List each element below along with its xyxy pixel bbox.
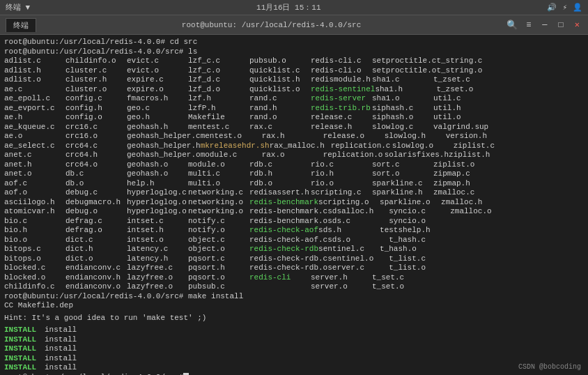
file-item: t_zset.o (436, 85, 497, 95)
file-item: cluster.o (65, 85, 127, 95)
hint-line: Hint: It's a good idea to run 'make test… (4, 314, 584, 323)
file-item: debug.o (65, 207, 127, 217)
file-item: mentest.c (188, 123, 249, 132)
file-item: t_list.c (389, 254, 450, 264)
file-item: solarisfixes.h (385, 151, 449, 160)
minimize-button[interactable]: — (539, 20, 550, 30)
file-item: Makefile (188, 113, 249, 123)
file-item: sha1.o (372, 94, 433, 104)
close-button[interactable]: ✕ (572, 20, 582, 30)
file-item: adlist.h (4, 66, 65, 76)
file-item: aof.c (4, 179, 65, 189)
terminal-menu[interactable]: 终端 ▼ (6, 2, 30, 13)
final-prompt: root@ubuntu:/usr/local/redis-4.0.0/src# (4, 373, 584, 376)
file-item: ziplist.h (449, 151, 510, 160)
file-item: lzf_c.c (188, 56, 249, 66)
file-item: rand.c (249, 94, 311, 104)
file-item: config.o (65, 113, 127, 123)
file-item: ae.o (4, 132, 65, 141)
file-item: sds.h (318, 226, 380, 236)
file-item: ae.c (4, 85, 65, 95)
file-item: rax_malloc.h (270, 141, 331, 151)
file-item: endianconv.o (65, 282, 127, 292)
file-item: zmalloc.o (450, 207, 511, 217)
install-line: INSTALLinstall (4, 363, 584, 373)
file-item: pqsort.h (188, 263, 249, 273)
file-item: sds.o (327, 236, 389, 245)
volume-icon: 🔊 (547, 3, 557, 12)
file-item: pubsub.o (249, 56, 311, 66)
file-item: t_zset.c (433, 75, 495, 85)
file-item: sparkline.h (372, 188, 433, 198)
file-item: redis-cli (249, 273, 311, 283)
file-item: redis-check-aof.c (249, 236, 327, 245)
power-icon: ⚡ (562, 3, 567, 12)
install-value: install (45, 326, 77, 335)
file-item: redis-benchmark.c (249, 207, 327, 217)
file-item: server.o (311, 282, 372, 292)
file-row: blocked.oendianconv.hlazyfree.opqsort.or… (4, 273, 584, 283)
file-item: sentinel.c (318, 245, 380, 254)
file-row: atomicvar.hdebug.ohyperloglog.onetworkin… (4, 207, 584, 217)
file-item: geo.c (127, 104, 188, 114)
install-value: install (45, 344, 77, 354)
file-row: aof.odebug.chyperloglog.cnetworking.cred… (4, 188, 584, 198)
menu-button[interactable]: ≡ (523, 20, 534, 30)
file-item: replication.o (323, 151, 385, 160)
file-item: multi.o (188, 179, 249, 189)
file-item: lzf_d.c (188, 75, 249, 85)
file-item: rand.h (249, 104, 311, 114)
install-label: INSTALL (4, 326, 40, 335)
maximize-button[interactable]: □ (556, 20, 566, 30)
file-item: asciilogo.h (4, 198, 65, 208)
file-item: childinfo.c (4, 282, 65, 292)
terminal-window: 终端 root@ubuntu: /usr/local/redis-4.0.0/s… (0, 15, 588, 375)
file-item: mentest.o (201, 132, 262, 141)
make-install-line: root@ubuntu:/usr/local/redis-4.0.0/src# … (4, 292, 584, 302)
file-item: module.c (201, 151, 262, 160)
file-item: module.o (188, 160, 249, 170)
file-row: bitops.odict.olatency.hpqsort.credis-che… (4, 254, 584, 264)
file-item: anet.o (4, 169, 65, 179)
file-item: util.o (433, 113, 495, 123)
file-item: aof.o (4, 188, 65, 198)
file-item: rax.o (262, 151, 323, 160)
file-item: networking.o (188, 207, 249, 217)
file-item: dict.o (65, 254, 127, 264)
file-item: ae_evport.c (4, 104, 65, 114)
file-row: childinfo.cendianconv.olazyfree.opubsub.… (4, 282, 584, 292)
file-row: bio.cdefrag.cintset.cnotify.credis-bench… (4, 217, 584, 227)
file-row: anet.ccrc64.hgeohash_helper.omodule.crax… (4, 151, 584, 160)
file-item: release.h (311, 123, 372, 132)
search-button[interactable]: 🔍 (506, 20, 518, 31)
file-item: intset.c (127, 217, 188, 227)
watermark: CSDN @bobcoding (518, 363, 581, 371)
file-row: adlist.hcluster.cevict.olzf_c.oquicklist… (4, 66, 584, 76)
file-row: ae_select.ccrc64.cgeohash_helper.hmkrele… (4, 141, 584, 151)
file-row: bitops.cdict.hlatency.cobject.oredis-che… (4, 245, 584, 254)
file-item: rax.h (262, 132, 323, 141)
command-line-2: root@ubuntu:/usr/local/redis-4.0.0/src# … (4, 47, 584, 57)
titlebar-left: 终端 (6, 18, 36, 32)
file-item: ae_epoll.c (4, 94, 65, 104)
window-titlebar: 终端 root@ubuntu: /usr/local/redis-4.0.0/s… (0, 15, 588, 35)
file-item: anet.c (4, 151, 65, 160)
file-item: geohash_helper.c (127, 132, 201, 141)
terminal-tab[interactable]: 终端 (6, 18, 36, 32)
file-item: redismodule.h (311, 75, 372, 85)
file-item: notify.o (188, 226, 249, 236)
file-item: rdb.h (249, 169, 311, 179)
file-item: db.c (65, 169, 127, 179)
terminal-content[interactable]: root@ubuntu:/usr/local/redis-4.0.0# cd s… (0, 35, 588, 375)
file-item: t_string.c (436, 56, 497, 66)
file-item: t_set.c (372, 273, 433, 283)
file-item: endianconv.c (65, 263, 127, 273)
file-item: anet.h (4, 160, 65, 170)
file-row: adlist.cchildinfo.oevict.clzf_c.cpubsub.… (4, 56, 584, 66)
file-item: hyperloglog.c (127, 188, 188, 198)
file-item: zmalloc.h (441, 198, 502, 208)
file-item: redis-check-aof (249, 226, 318, 236)
file-item: server.h (311, 273, 372, 283)
file-item: rax.c (249, 123, 311, 132)
file-item: defrag.o (65, 226, 127, 236)
